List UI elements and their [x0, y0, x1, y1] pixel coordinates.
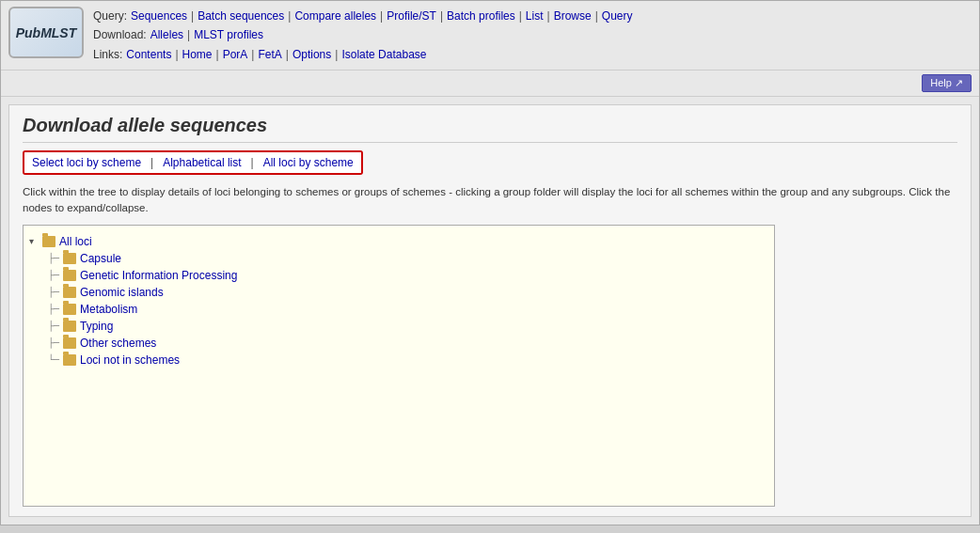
tree-connector-1: ├─	[48, 253, 59, 263]
tab-alphabetical-list[interactable]: Alphabetical list	[155, 152, 248, 173]
nav-link-sequences[interactable]: Sequences	[131, 7, 187, 25]
tree-connector-6: ├─	[48, 337, 59, 348]
tree-link-all-loci[interactable]: All loci	[59, 235, 92, 248]
links-nav-row: Links: Contents| Home| PorA| FetA| Optio…	[93, 45, 972, 64]
tree-connector-4: ├─	[48, 304, 59, 314]
logo: PubMLST	[8, 7, 84, 58]
tree-item-loci-not-in-schemes[interactable]: └─ Loci not in schemes	[48, 352, 768, 368]
nav-link-pora[interactable]: PorA	[223, 45, 248, 64]
tree-link-genomic[interactable]: Genomic islands	[80, 286, 164, 299]
download-nav-row: Download: Alleles| MLST profiles	[93, 25, 972, 44]
folder-icon-other-schemes	[63, 337, 76, 349]
tree-root-row[interactable]: ▾ All loci	[29, 233, 768, 250]
nav-link-isolate-database[interactable]: Isolate Database	[341, 45, 426, 64]
tree-children: ├─ Capsule ├─ Genetic Information Proces…	[48, 250, 768, 368]
tab-separator-2: |	[249, 152, 256, 173]
folder-icon-root	[42, 236, 55, 247]
tree-link-genetic[interactable]: Genetic Information Processing	[80, 269, 237, 282]
list-item: ├─ Other schemes	[48, 335, 768, 352]
help-button[interactable]: Help ↗	[922, 74, 972, 92]
tree-connector-2: ├─	[48, 270, 59, 280]
tab-bar: Select loci by scheme | Alphabetical lis…	[23, 150, 363, 175]
page-title: Download allele sequences	[23, 115, 957, 143]
nav-link-batch-sequences[interactable]: Batch sequences	[198, 7, 284, 25]
nav-link-browse[interactable]: Browse	[554, 7, 592, 25]
tree-link-other-schemes[interactable]: Other schemes	[80, 337, 156, 350]
navigation: Query: Sequences| Batch sequences| Compa…	[93, 7, 972, 64]
tab-separator-1: |	[149, 152, 155, 173]
folder-icon-capsule	[63, 253, 76, 264]
nav-link-compare-alleles[interactable]: Compare alleles	[294, 7, 376, 25]
main-content: Download allele sequences Select loci by…	[8, 104, 972, 517]
tree-link-metabolism[interactable]: Metabolism	[80, 303, 137, 316]
list-item: ├─ Metabolism	[48, 301, 768, 318]
tree-root-item: ▾ All loci ├─ Capsule	[29, 233, 768, 368]
nav-link-profile-st[interactable]: Profile/ST	[387, 7, 436, 25]
nav-link-contents[interactable]: Contents	[126, 45, 171, 64]
tree-item-typing[interactable]: ├─ Typing	[48, 318, 768, 335]
tree-root: ▾ All loci ├─ Capsule	[29, 233, 768, 368]
nav-link-list[interactable]: List	[526, 7, 544, 25]
list-item: ├─ Typing	[48, 318, 768, 335]
list-item: └─ Loci not in schemes	[48, 352, 768, 368]
tree-item-metabolism[interactable]: ├─ Metabolism	[48, 301, 768, 318]
nav-link-query[interactable]: Query	[602, 7, 633, 25]
tree-connector-5: ├─	[48, 321, 59, 331]
links-label: Links:	[93, 45, 122, 64]
nav-link-mlst-profiles[interactable]: MLST profiles	[194, 25, 263, 44]
folder-icon-genomic	[63, 287, 76, 298]
list-item: ├─ Capsule	[48, 250, 768, 267]
nav-link-options[interactable]: Options	[292, 45, 331, 64]
tree-link-typing[interactable]: Typing	[80, 320, 113, 333]
list-item: ├─ Genetic Information Processing	[48, 267, 768, 284]
tree-expand-root[interactable]: ▾	[29, 236, 39, 246]
tree-item-other-schemes[interactable]: ├─ Other schemes	[48, 335, 768, 352]
query-nav-row: Query: Sequences| Batch sequences| Compa…	[93, 7, 972, 25]
tree-connector-7: └─	[48, 354, 59, 365]
tree-container: ▾ All loci ├─ Capsule	[23, 225, 775, 507]
folder-icon-typing	[63, 321, 76, 332]
tree-item-genomic[interactable]: ├─ Genomic islands	[48, 284, 768, 301]
list-item: ├─ Genomic islands	[48, 284, 768, 301]
tree-connector-3: ├─	[48, 287, 59, 297]
tree-link-loci-not-in-schemes[interactable]: Loci not in schemes	[80, 353, 180, 367]
nav-link-feta[interactable]: FetA	[258, 45, 281, 64]
folder-icon-genetic	[63, 270, 76, 281]
tab-select-loci-by-scheme[interactable]: Select loci by scheme	[24, 152, 149, 173]
help-bar: Help ↗	[1, 71, 979, 97]
tree-link-capsule[interactable]: Capsule	[80, 252, 121, 265]
tab-all-loci-by-scheme[interactable]: All loci by scheme	[256, 152, 361, 173]
query-label: Query:	[93, 7, 127, 25]
folder-icon-metabolism	[63, 304, 76, 315]
instructions-text: Click within the tree to display details…	[23, 184, 957, 217]
nav-link-home[interactable]: Home	[182, 45, 213, 64]
nav-link-batch-profiles[interactable]: Batch profiles	[447, 7, 515, 25]
download-label: Download:	[93, 25, 147, 44]
nav-link-alleles[interactable]: Alleles	[150, 25, 183, 44]
tree-item-genetic[interactable]: ├─ Genetic Information Processing	[48, 267, 768, 284]
tree-item-capsule[interactable]: ├─ Capsule	[48, 250, 768, 267]
folder-icon-loci-not-in-schemes	[63, 354, 76, 366]
